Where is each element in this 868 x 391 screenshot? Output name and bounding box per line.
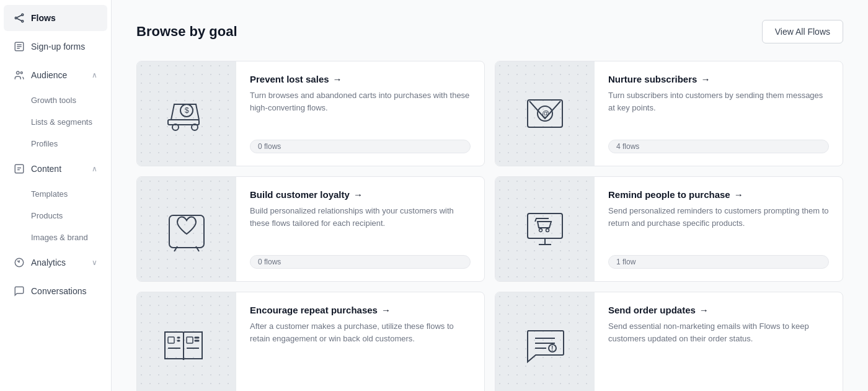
- svg-rect-29: [168, 337, 174, 343]
- remind-purchase-image: [495, 177, 595, 281]
- remind-purchase-content: Remind people to purchase → Send persona…: [595, 177, 843, 281]
- build-loyalty-content: Build customer loyalty → Build personali…: [236, 177, 484, 281]
- order-updates-title: Send order updates →: [608, 305, 829, 315]
- sidebar-sub-profiles[interactable]: Profiles: [4, 133, 107, 154]
- sidebar-item-conversations[interactable]: Conversations: [4, 278, 107, 304]
- nurture-subscribers-desc: Turn subscribers into customers by sendi…: [608, 89, 829, 114]
- svg-rect-36: [187, 348, 199, 349]
- profiles-label: Profiles: [31, 139, 58, 148]
- svg-rect-30: [177, 337, 180, 338]
- sidebar-item-flows[interactable]: Flows: [4, 5, 107, 31]
- content-chevron: ∧: [92, 164, 97, 173]
- svg-rect-32: [187, 337, 193, 343]
- analytics-icon: [14, 257, 25, 268]
- card-prevent-lost-sales[interactable]: $ Prevent lost sales → Turn browses and …: [136, 61, 485, 166]
- audience-label: Audience: [31, 70, 86, 80]
- book-icon: [159, 320, 215, 369]
- sidebar-item-audience[interactable]: Audience ∧: [4, 62, 107, 88]
- remind-purchase-badge: 1 flow: [608, 255, 829, 269]
- repeat-purchases-title: Encourage repeat purchases →: [250, 305, 471, 315]
- conversations-label: Conversations: [31, 286, 97, 296]
- page-title: Browse by goal: [136, 24, 237, 40]
- sidebar-sub-lists-segments[interactable]: Lists & segments: [4, 112, 107, 132]
- screen-cart-icon: [520, 204, 570, 254]
- card-nurture-subscribers[interactable]: @ Nurture subscribers → Turn subscribers…: [495, 61, 843, 166]
- svg-line-4: [17, 19, 22, 21]
- prevent-lost-sales-content: Prevent lost sales → Turn browses and ab…: [236, 61, 484, 166]
- svg-rect-35: [168, 348, 180, 349]
- sidebar: Flows Sign-up forms Audience ∧ Growth to…: [0, 0, 112, 391]
- nurture-subscribers-content: Nurture subscribers → Turn subscribers i…: [595, 61, 843, 166]
- svg-rect-34: [195, 340, 199, 341]
- order-updates-content: Send order updates → Send essential non-…: [595, 292, 843, 391]
- products-label: Products: [31, 211, 63, 220]
- svg-text:@: @: [542, 109, 549, 118]
- build-loyalty-desc: Build personalized relationships with yo…: [250, 205, 471, 229]
- svg-point-26: [539, 229, 542, 232]
- sidebar-sub-images-brand[interactable]: Images & brand: [4, 227, 107, 248]
- card-build-loyalty[interactable]: Build customer loyalty → Build personali…: [136, 176, 485, 282]
- card-remind-purchase[interactable]: Remind people to purchase → Send persona…: [495, 176, 843, 282]
- analytics-chevron: ∨: [92, 258, 97, 267]
- main-content: Browse by goal View All Flows $ Prevent …: [112, 0, 868, 391]
- build-loyalty-title: Build customer loyalty →: [250, 189, 471, 200]
- svg-point-27: [546, 229, 549, 232]
- build-loyalty-image: [137, 177, 236, 281]
- order-updates-image: !: [495, 292, 595, 391]
- flows-label: Flows: [31, 13, 97, 23]
- analytics-label: Analytics: [31, 258, 86, 267]
- remind-purchase-desc: Send personalized reminders to customers…: [608, 205, 829, 229]
- flows-icon: [14, 12, 25, 24]
- content-icon: [14, 163, 25, 174]
- svg-rect-33: [195, 337, 199, 338]
- order-updates-desc: Send essential non-marketing emails with…: [608, 320, 829, 344]
- cart-icon: $: [162, 89, 211, 138]
- prevent-lost-sales-title: Prevent lost sales →: [250, 74, 471, 84]
- svg-rect-11: [15, 164, 24, 173]
- svg-point-9: [17, 71, 20, 74]
- svg-line-3: [17, 16, 22, 18]
- svg-point-1: [22, 14, 24, 16]
- repeat-purchases-content: Encourage repeat purchases → After a cus…: [236, 292, 484, 391]
- sidebar-item-analytics[interactable]: Analytics ∨: [4, 249, 107, 276]
- repeat-purchases-image: [137, 292, 236, 391]
- sidebar-sub-products[interactable]: Products: [4, 205, 107, 226]
- growth-tools-label: Growth tools: [31, 96, 76, 105]
- svg-point-2: [22, 20, 24, 22]
- svg-text:!: !: [551, 345, 553, 352]
- message-icon: !: [520, 320, 570, 369]
- nurture-subscribers-title: Nurture subscribers →: [608, 74, 829, 84]
- svg-rect-22: [528, 213, 562, 238]
- lists-segments-label: Lists & segments: [31, 117, 92, 127]
- email-icon: @: [520, 89, 570, 138]
- audience-icon: [14, 70, 25, 81]
- goal-cards-grid: $ Prevent lost sales → Turn browses and …: [136, 61, 843, 391]
- sidebar-sub-growth-tools[interactable]: Growth tools: [4, 90, 107, 110]
- card-repeat-purchases[interactable]: Encourage repeat purchases → After a cus…: [136, 292, 485, 391]
- build-loyalty-badge: 0 flows: [250, 255, 471, 269]
- svg-text:$: $: [185, 106, 189, 115]
- heart-icon: [162, 204, 211, 254]
- prevent-lost-sales-desc: Turn browses and abandoned carts into pu…: [250, 89, 471, 114]
- templates-label: Templates: [31, 189, 68, 199]
- sidebar-item-content[interactable]: Content ∧: [4, 156, 107, 182]
- sidebar-sub-templates[interactable]: Templates: [4, 184, 107, 204]
- page-header: Browse by goal View All Flows: [136, 20, 843, 43]
- audience-chevron: ∧: [92, 71, 97, 79]
- prevent-lost-sales-badge: 0 flows: [250, 140, 471, 153]
- conversations-icon: [14, 285, 25, 297]
- svg-rect-31: [177, 340, 180, 341]
- nurture-subscribers-badge: 4 flows: [608, 140, 829, 153]
- images-brand-label: Images & brand: [31, 233, 88, 242]
- sidebar-item-signup-forms[interactable]: Sign-up forms: [4, 34, 107, 60]
- svg-point-0: [15, 17, 17, 19]
- card-order-updates[interactable]: ! Send order updates → Send essential no…: [495, 292, 843, 391]
- prevent-lost-sales-image: $: [137, 61, 236, 166]
- svg-point-10: [20, 72, 22, 74]
- content-label: Content: [31, 164, 86, 174]
- view-all-flows-button[interactable]: View All Flows: [762, 20, 843, 43]
- forms-icon: [14, 41, 25, 52]
- repeat-purchases-desc: After a customer makes a purchase, utili…: [250, 320, 471, 344]
- remind-purchase-title: Remind people to purchase →: [608, 189, 829, 200]
- signup-forms-label: Sign-up forms: [31, 42, 97, 52]
